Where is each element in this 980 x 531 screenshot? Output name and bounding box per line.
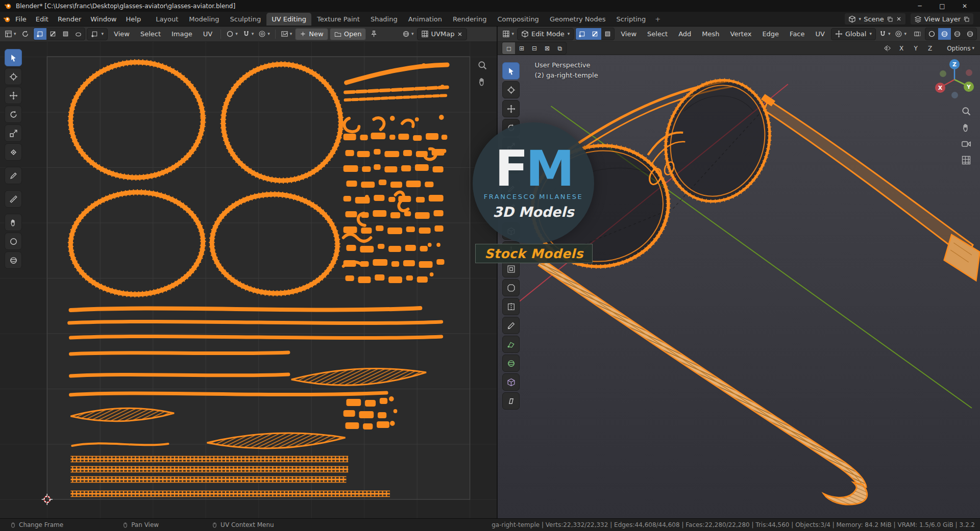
zoom-icon[interactable] bbox=[961, 106, 971, 116]
tab-animation[interactable]: Animation bbox=[403, 13, 447, 26]
vp-tool-bevel[interactable] bbox=[502, 279, 520, 296]
zoom-icon[interactable] bbox=[477, 60, 487, 70]
display-channels-selector[interactable]: ▾ bbox=[401, 28, 415, 40]
uv-snap-selector[interactable]: ▾ bbox=[241, 28, 256, 40]
uv-tool-measure[interactable] bbox=[5, 190, 22, 208]
shading-rendered[interactable] bbox=[964, 28, 976, 40]
uv-tool-annotate[interactable] bbox=[5, 167, 22, 184]
close-button[interactable]: ✕ bbox=[953, 0, 976, 12]
vp-tool-shear[interactable] bbox=[502, 392, 520, 410]
uv-select-mode-island[interactable] bbox=[72, 28, 85, 40]
vp-menu-vertex[interactable]: Vertex bbox=[726, 28, 756, 40]
mirror-icon-button[interactable] bbox=[881, 42, 893, 55]
uv-tool-rotate[interactable] bbox=[5, 106, 22, 123]
select-op-subtract[interactable]: ⊟ bbox=[528, 42, 541, 54]
mesh-select-mode-face[interactable] bbox=[601, 28, 614, 40]
shading-material[interactable] bbox=[951, 28, 964, 40]
mesh-select-mode-edge[interactable] bbox=[589, 28, 601, 40]
gizmo-z-negative[interactable] bbox=[951, 92, 958, 98]
uv-select-mode-vertex[interactable] bbox=[34, 28, 46, 40]
uv-sync-selection-toggle[interactable] bbox=[19, 28, 32, 40]
transform-orientation-selector[interactable]: Global ▾ bbox=[831, 28, 876, 40]
uv-tool-move[interactable] bbox=[5, 87, 22, 104]
mirror-y-toggle[interactable]: Y bbox=[910, 42, 922, 55]
vp-menu-edge[interactable]: Edge bbox=[757, 28, 783, 40]
select-op-extend[interactable]: ⊞ bbox=[515, 42, 528, 54]
vp-tool-tweak[interactable] bbox=[502, 62, 520, 80]
uv-tool-cursor[interactable] bbox=[5, 68, 22, 85]
gizmo-z-axis[interactable]: Z bbox=[949, 59, 960, 69]
snap-selector[interactable]: ▾ bbox=[877, 28, 892, 40]
mirror-x-toggle[interactable]: X bbox=[895, 42, 908, 55]
camera-view-icon[interactable] bbox=[961, 139, 971, 149]
uv-tool-pinch[interactable] bbox=[5, 251, 22, 269]
uv-proportional-edit-selector[interactable]: ▾ bbox=[257, 28, 272, 40]
menu-file[interactable]: File bbox=[11, 13, 31, 25]
uv-menu-uv[interactable]: UV bbox=[199, 28, 217, 40]
tab-layout[interactable]: Layout bbox=[151, 13, 183, 26]
proportional-edit-selector[interactable]: ▾ bbox=[893, 28, 908, 40]
blender-menu-icon[interactable] bbox=[3, 15, 11, 23]
pan-hand-icon[interactable] bbox=[961, 122, 971, 133]
mode-selector[interactable]: Edit Mode ▾ bbox=[517, 28, 574, 40]
uv-map-selector[interactable]: UVMap bbox=[417, 28, 468, 40]
gizmo-y-negative[interactable] bbox=[940, 70, 946, 77]
view-layer-selector[interactable]: View Layer bbox=[910, 13, 974, 25]
menu-render[interactable]: Render bbox=[53, 13, 86, 25]
viewport-editor-type-button[interactable]: ▾ bbox=[501, 28, 516, 40]
options-dropdown[interactable]: Options ▾ bbox=[945, 42, 976, 55]
tab-uv-editing[interactable]: UV Editing bbox=[266, 13, 311, 26]
uv-select-mode-face[interactable] bbox=[59, 28, 72, 40]
shading-solid[interactable] bbox=[938, 28, 951, 40]
add-workspace-button[interactable]: + bbox=[651, 13, 664, 26]
scene-copy-icon[interactable] bbox=[887, 16, 893, 22]
uv-tool-grab[interactable] bbox=[5, 214, 22, 231]
vp-tool-loop-cut[interactable] bbox=[502, 298, 520, 315]
select-op-invert[interactable]: ⊠ bbox=[541, 42, 553, 54]
select-op-intersect[interactable]: ⧉ bbox=[553, 42, 566, 54]
uv-menu-image[interactable]: Image bbox=[167, 28, 197, 40]
mesh-select-mode-vertex[interactable] bbox=[576, 28, 589, 40]
uv-canvas[interactable] bbox=[0, 42, 497, 518]
view-layer-copy-icon[interactable] bbox=[963, 16, 970, 22]
vp-menu-mesh[interactable]: Mesh bbox=[697, 28, 724, 40]
shading-wireframe[interactable] bbox=[925, 28, 938, 40]
vp-menu-face[interactable]: Face bbox=[785, 28, 809, 40]
uv-select-mode-edge[interactable] bbox=[46, 28, 59, 40]
vp-menu-select[interactable]: Select bbox=[643, 28, 672, 40]
open-image-button[interactable]: Open bbox=[330, 28, 366, 40]
maximize-button[interactable]: □ bbox=[931, 0, 953, 12]
vp-tool-shrink-fatten[interactable] bbox=[502, 373, 520, 391]
tab-compositing[interactable]: Compositing bbox=[492, 13, 544, 26]
minimize-button[interactable]: ─ bbox=[909, 0, 931, 12]
ortho-grid-icon[interactable] bbox=[961, 155, 971, 165]
menu-window[interactable]: Window bbox=[86, 13, 121, 25]
viewport-canvas[interactable]: User Perspective (2) ga-right-temple bbox=[498, 55, 980, 518]
select-op-set[interactable]: ◻ bbox=[502, 42, 515, 54]
vp-menu-add[interactable]: Add bbox=[674, 28, 696, 40]
vp-tool-poly-build[interactable] bbox=[502, 336, 520, 353]
tab-geometry-nodes[interactable]: Geometry Nodes bbox=[545, 13, 611, 26]
uv-tool-relax[interactable] bbox=[5, 233, 22, 250]
pin-image-button[interactable] bbox=[368, 28, 380, 40]
browse-image-button[interactable]: ▾ bbox=[279, 28, 294, 40]
tab-texture-paint[interactable]: Texture Paint bbox=[312, 13, 365, 26]
tab-rendering[interactable]: Rendering bbox=[448, 13, 492, 26]
menu-help[interactable]: Help bbox=[121, 13, 146, 25]
uv-tool-tweak[interactable] bbox=[5, 49, 22, 66]
tab-shading[interactable]: Shading bbox=[365, 13, 403, 26]
uv-menu-view[interactable]: View bbox=[109, 28, 134, 40]
gizmo-y-axis[interactable]: Y bbox=[964, 82, 974, 92]
vp-menu-uv[interactable]: UV bbox=[811, 28, 829, 40]
vp-tool-move[interactable] bbox=[502, 100, 520, 117]
vp-tool-spin[interactable] bbox=[502, 355, 520, 372]
xray-toggle[interactable] bbox=[911, 28, 923, 40]
vp-tool-cursor[interactable] bbox=[502, 81, 520, 98]
gizmo-x-negative[interactable] bbox=[966, 69, 972, 76]
navigation-gizmo[interactable]: Z X Y bbox=[933, 58, 976, 101]
tab-modeling[interactable]: Modeling bbox=[184, 13, 224, 26]
uv-sticky-mode-selector[interactable]: ▾ bbox=[87, 28, 108, 40]
scene-selector[interactable]: ▾ Scene bbox=[844, 13, 906, 25]
mirror-z-toggle[interactable]: Z bbox=[924, 42, 936, 55]
uv-tool-transform[interactable] bbox=[5, 143, 22, 161]
